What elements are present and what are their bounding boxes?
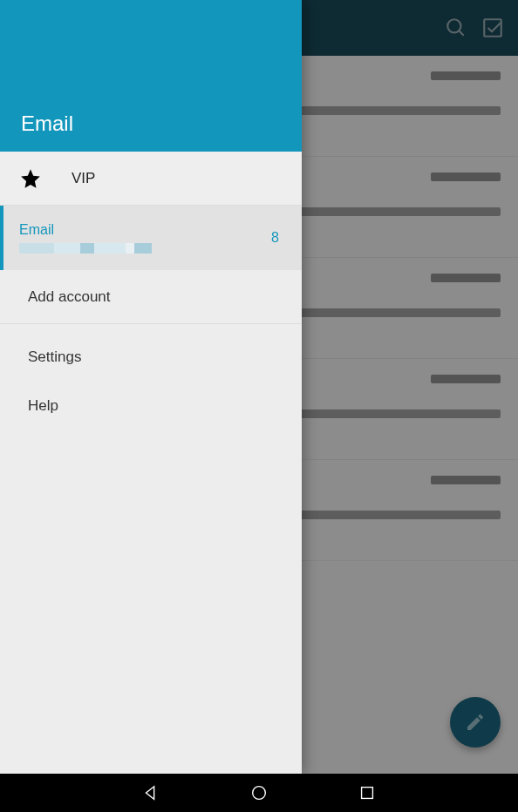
navigation-drawer: Email VIP Email (0, 0, 302, 774)
system-navbar (0, 774, 518, 812)
account-email-redacted (19, 243, 271, 254)
account-list: Email 8 (0, 206, 302, 270)
drawer-header: Email (0, 0, 302, 152)
settings-label: Settings (28, 348, 81, 366)
drawer-title: Email (21, 112, 73, 136)
unread-count: 8 (271, 230, 286, 246)
help-button[interactable]: Help (0, 382, 302, 430)
drawer-scrim[interactable] (302, 0, 518, 774)
svg-point-3 (253, 787, 266, 800)
home-button[interactable] (249, 782, 269, 803)
recent-apps-button[interactable] (357, 782, 378, 803)
add-account-label: Add account (28, 288, 111, 306)
svg-rect-4 (362, 788, 373, 799)
star-icon (19, 167, 42, 190)
account-item[interactable]: Email 8 (0, 206, 302, 270)
vip-label: VIP (72, 170, 95, 187)
back-button[interactable] (140, 782, 161, 803)
help-label: Help (28, 397, 58, 415)
add-account-button[interactable]: Add account (0, 270, 302, 324)
vip-folder[interactable]: VIP (0, 152, 302, 206)
settings-button[interactable]: Settings (0, 333, 302, 382)
account-name: Email (19, 222, 271, 238)
